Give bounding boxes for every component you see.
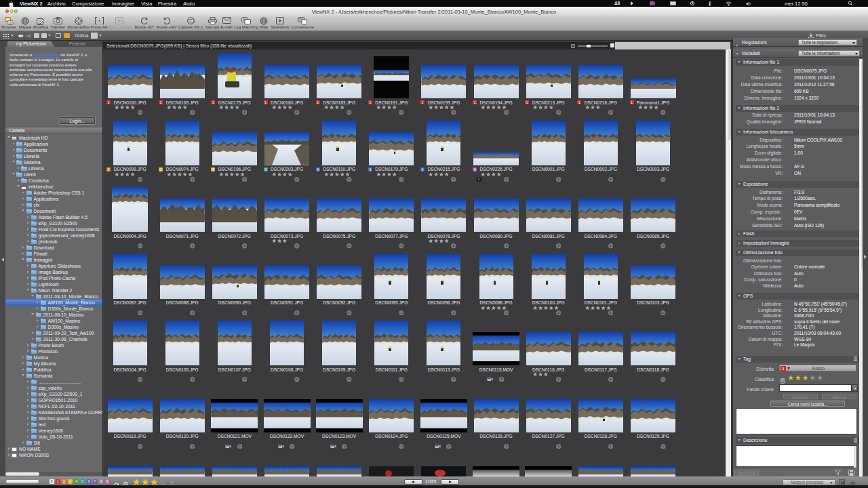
svg-text:JPG: JPG xyxy=(298,18,304,21)
